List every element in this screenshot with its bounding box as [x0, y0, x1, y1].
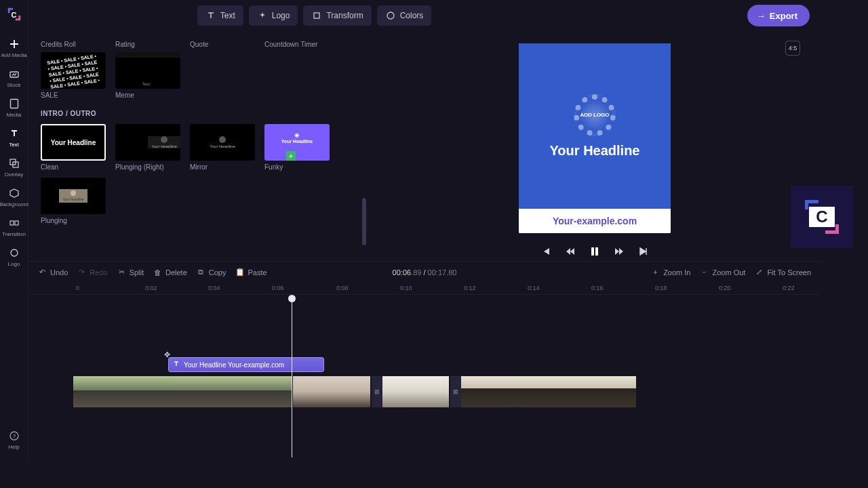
asset-clean[interactable]: Your Headline Clean	[41, 124, 106, 171]
transport-controls	[540, 245, 650, 258]
text-icon	[173, 361, 181, 369]
delete-button[interactable]: 🗑Delete	[153, 268, 187, 277]
ruler-tick: 0:14	[528, 285, 540, 291]
plus-icon	[8, 38, 20, 50]
playhead[interactable]	[292, 295, 292, 458]
timeline-tracks[interactable]: ✥ Your Headline Your-example.com ⊠ ⊠	[28, 295, 821, 458]
skip-start-button[interactable]	[540, 245, 552, 258]
app-logo[interactable]: C	[3, 3, 26, 26]
transition-icon	[8, 217, 20, 229]
time-display: 00:06.89 / 00:17.80	[393, 268, 457, 277]
asset-quote[interactable]: Quote	[190, 38, 255, 48]
redo-icon: ↷	[77, 268, 86, 277]
skip-end-button[interactable]	[637, 245, 650, 258]
ruler-tick: 0:02	[145, 285, 157, 291]
top-transform-button[interactable]: Transform	[303, 5, 371, 26]
asset-rating[interactable]: Rating	[115, 38, 180, 48]
transition-badge[interactable]: ⊠	[450, 376, 461, 407]
text-clip[interactable]: Your Headline Your-example.com	[168, 357, 324, 372]
pause-button[interactable]	[589, 245, 601, 258]
zoom-out-button[interactable]: －Zoom Out	[700, 268, 745, 277]
timeline-ruler[interactable]: 00:020:040:060:080:100:120:140:160:180:2…	[28, 283, 821, 295]
timeline-toolbar: ↶Undo ↷Redo ✂Split 🗑Delete ⧉Copy 📋Paste …	[28, 261, 821, 283]
svg-rect-9	[10, 221, 14, 225]
top-logo-button[interactable]: Logo	[249, 5, 298, 26]
video-clip-3[interactable]	[382, 376, 450, 407]
svg-rect-10	[15, 221, 18, 225]
ruler-tick: 0	[76, 285, 79, 291]
asset-funky[interactable]: ✳Your Headline+ Funky	[264, 124, 330, 171]
svg-rect-14	[314, 13, 319, 18]
zoom-in-button[interactable]: ＋Zoom In	[651, 268, 690, 277]
transition-badge[interactable]: ⊠	[372, 376, 382, 407]
nav-background[interactable]: Background	[1, 183, 28, 213]
nav-add-media[interactable]: Add Media	[1, 34, 28, 64]
text-icon	[205, 10, 216, 21]
top-colors-button[interactable]: Colors	[377, 5, 432, 26]
video-clip-1[interactable]	[73, 376, 293, 407]
fit-icon: ⤢	[755, 268, 764, 277]
nav-transition[interactable]: Transition	[1, 213, 28, 243]
logo-placeholder[interactable]: ADD LOGO	[574, 94, 616, 136]
ruler-tick: 0:20	[719, 285, 731, 291]
nav-text[interactable]: Text	[1, 123, 28, 153]
svg-rect-3	[18, 16, 20, 20]
ruler-tick: 0:08	[336, 285, 349, 291]
minus-icon: －	[700, 268, 709, 277]
colors-icon	[385, 10, 396, 21]
preview-area: 4:5 ADD LOGO Your Headline Your-example.…	[369, 31, 821, 261]
redo-button[interactable]: ↷Redo	[77, 268, 107, 277]
ruler-tick: 0:04	[208, 285, 220, 291]
split-icon: ✂	[117, 268, 126, 277]
asset-mirror[interactable]: Your Headline Mirror	[190, 124, 255, 171]
top-text-button[interactable]: Text	[197, 5, 243, 26]
rewind-button[interactable]	[564, 245, 576, 258]
undo-button[interactable]: ↶Undo	[38, 268, 68, 277]
svg-rect-1	[7, 8, 9, 13]
undo-icon: ↶	[38, 268, 47, 277]
asset-meme[interactable]: MemeText Meme	[115, 52, 180, 99]
asset-panel: Credits Roll Rating Quote Countdown Time…	[28, 31, 369, 261]
copy-button[interactable]: ⧉Copy	[197, 268, 226, 277]
media-icon	[8, 98, 20, 110]
asset-countdown[interactable]: Countdown Timer	[264, 38, 330, 48]
fit-to-screen-button[interactable]: ⤢Fit To Screen	[755, 268, 811, 277]
ruler-tick: 0:10	[400, 285, 412, 291]
nav-help[interactable]: ?Help	[1, 426, 28, 455]
svg-text:?: ?	[12, 433, 16, 439]
transform-icon	[311, 10, 322, 21]
paste-button[interactable]: 📋Paste	[235, 268, 267, 277]
asset-plunging[interactable]: Your Headline Plunging	[41, 178, 106, 224]
asset-plunging-right[interactable]: Your Headline Plunging (Right)	[115, 124, 180, 171]
svg-rect-6	[10, 100, 18, 108]
split-button[interactable]: ✂Split	[117, 268, 144, 277]
preview-canvas[interactable]: ADD LOGO Your Headline Your-example.com	[519, 43, 671, 233]
forward-button[interactable]	[613, 245, 625, 258]
video-clip-4[interactable]	[461, 376, 637, 407]
text-icon	[8, 127, 20, 140]
video-clip-2[interactable]	[293, 376, 372, 407]
timeline[interactable]: 00:020:040:060:080:100:120:140:160:180:2…	[28, 283, 821, 462]
ruler-tick: 0:18	[655, 285, 667, 291]
nav-overlay[interactable]: Overlay	[1, 153, 28, 183]
aspect-ratio-badge[interactable]: 4:5	[785, 41, 800, 56]
add-icon[interactable]: +	[286, 151, 296, 161]
preview-headline: Your Headline	[550, 143, 640, 159]
brand-badge: C	[791, 186, 853, 248]
trash-icon: 🗑	[153, 268, 162, 277]
nav-rail: C Add Media Stock Media Text Overlay Bac…	[0, 0, 28, 462]
sparkle-icon	[257, 10, 268, 21]
asset-credits-roll[interactable]: Credits Roll	[41, 38, 106, 48]
video-track[interactable]: ⊠ ⊠	[73, 376, 637, 407]
help-icon: ?	[8, 430, 20, 442]
ruler-tick: 0:22	[783, 285, 795, 291]
nav-stock[interactable]: Stock	[1, 64, 28, 94]
export-button[interactable]: →Export	[747, 5, 810, 26]
asset-scrollbar[interactable]	[362, 42, 366, 261]
nav-logo[interactable]: Logo	[1, 243, 28, 272]
nav-media[interactable]: Media	[1, 94, 28, 123]
asset-sale[interactable]: SALE • SALE • SALE •• SALE • SALE • SALE…	[41, 52, 106, 99]
svg-point-15	[387, 12, 394, 19]
logo-nav-icon	[8, 247, 20, 259]
plus-icon: ＋	[651, 268, 660, 277]
